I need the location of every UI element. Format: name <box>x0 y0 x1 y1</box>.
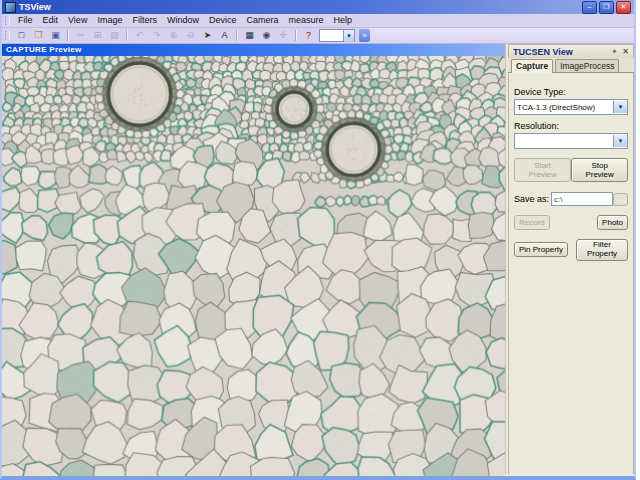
window-controls: –❐✕ <box>582 1 631 14</box>
filter-property-button[interactable]: Filter Property <box>576 239 628 261</box>
pin-icon[interactable]: ⌖ <box>609 46 620 57</box>
pin-property-button[interactable]: Pin Property <box>514 242 568 257</box>
menu-window[interactable]: Window <box>162 14 204 27</box>
toolbar-separator <box>295 30 297 41</box>
menu-device[interactable]: Device <box>204 14 242 27</box>
capture-preview-window: CAPTURE Preview <box>2 44 506 474</box>
open-folder-icon[interactable]: ❐ <box>31 28 46 43</box>
toolbar-overflow-icon[interactable]: » <box>359 29 370 42</box>
maximize-button[interactable]: ❐ <box>599 1 614 14</box>
cut-icon[interactable]: ✂ <box>73 28 88 43</box>
select-arrow-icon[interactable]: ➤ <box>200 28 215 43</box>
tab-capture[interactable]: Capture <box>511 59 553 73</box>
new-icon[interactable]: □ <box>14 28 29 43</box>
menu-edit[interactable]: Edit <box>38 14 64 27</box>
titlebar[interactable]: TSView –❐✕ <box>2 0 634 14</box>
toolbar-spacer <box>370 28 634 43</box>
device-type-select[interactable]: TCA-1.3 (DirectShow) ▾ <box>514 99 628 115</box>
menu-measure[interactable]: measure <box>283 14 328 27</box>
save-as-label: Save as: <box>514 194 549 204</box>
microscope-image <box>2 56 505 476</box>
resolution-label: Resolution: <box>514 121 628 131</box>
menubar: FileEditViewImageFiltersWindowDeviceCame… <box>2 14 634 28</box>
menu-image[interactable]: Image <box>92 14 127 27</box>
undo-icon[interactable]: ↶ <box>132 28 147 43</box>
photo-button[interactable]: Photo <box>597 215 628 230</box>
app-icon <box>5 2 16 13</box>
tab-imageprocess[interactable]: ImageProcess <box>555 59 619 72</box>
copy-icon[interactable]: ⊞ <box>90 28 105 43</box>
menubar-grip[interactable] <box>5 16 10 25</box>
device-type-value: TCA-1.3 (DirectShow) <box>515 103 613 112</box>
help-icon[interactable]: ? <box>301 28 316 43</box>
toolbar-icons: □❐▣✂⊞▨↶↷⊕⊖➤A▦◉✛? <box>13 28 317 43</box>
menu-help[interactable]: Help <box>328 14 357 27</box>
app-window: TSView –❐✕ FileEditViewImageFiltersWindo… <box>0 0 636 480</box>
start-preview-button[interactable]: Start Preview <box>514 158 571 182</box>
panel-tabs: Capture ImageProcess <box>508 58 634 73</box>
menu-camera[interactable]: Camera <box>241 14 283 27</box>
paste-icon[interactable]: ▨ <box>107 28 122 43</box>
main-area: CAPTURE Preview TUCSEN View ⌖ ✕ Capture … <box>2 44 634 474</box>
close-button[interactable]: ✕ <box>616 1 631 14</box>
menu-file[interactable]: File <box>13 14 38 27</box>
record-button[interactable]: Record <box>514 215 550 230</box>
toolbar-grip[interactable] <box>5 31 10 40</box>
text-tool-icon[interactable]: A <box>217 28 232 43</box>
stop-preview-button[interactable]: Stop Preview <box>571 158 628 182</box>
panel-header[interactable]: TUCSEN View ⌖ ✕ <box>508 44 634 58</box>
toolbar-separator <box>67 30 69 41</box>
toolbar-zoom-combo[interactable]: ▾ <box>319 29 355 42</box>
menu-filters[interactable]: Filters <box>127 14 162 27</box>
menu-items: FileEditViewImageFiltersWindowDeviceCame… <box>13 14 357 27</box>
window-title: TSView <box>19 0 582 14</box>
save-as-input[interactable] <box>551 192 613 206</box>
zoom-out-icon[interactable]: ⊖ <box>183 28 198 43</box>
camera-icon[interactable]: ◉ <box>259 28 274 43</box>
chevron-down-icon[interactable]: ▾ <box>613 101 627 113</box>
toolbar-separator <box>126 30 128 41</box>
save-icon[interactable]: ▣ <box>48 28 63 43</box>
settings-icon[interactable]: ✛ <box>276 28 291 43</box>
browse-button[interactable] <box>613 193 628 206</box>
toolbar: □❐▣✂⊞▨↶↷⊕⊖➤A▦◉✛? ▾ » <box>2 28 634 44</box>
capture-preview-titlebar[interactable]: CAPTURE Preview <box>2 44 505 56</box>
device-type-label: Device Type: <box>514 87 628 97</box>
redo-icon[interactable]: ↷ <box>149 28 164 43</box>
chevron-down-icon[interactable]: ▾ <box>343 30 354 42</box>
toolbar-separator <box>236 30 238 41</box>
resolution-select[interactable]: ▾ <box>514 133 628 149</box>
tucsen-view-panel: TUCSEN View ⌖ ✕ Capture ImageProcess Dev… <box>508 44 634 474</box>
minimize-button[interactable]: – <box>582 1 597 14</box>
zoom-in-icon[interactable]: ⊕ <box>166 28 181 43</box>
menu-view[interactable]: View <box>63 14 92 27</box>
panel-title: TUCSEN View <box>513 47 609 57</box>
chevron-down-icon[interactable]: ▾ <box>613 135 627 147</box>
image-icon[interactable]: ▦ <box>242 28 257 43</box>
panel-close-icon[interactable]: ✕ <box>620 46 631 57</box>
capture-preview-title: CAPTURE Preview <box>6 45 82 54</box>
panel-body: Device Type: TCA-1.3 (DirectShow) ▾ Reso… <box>508 73 634 474</box>
